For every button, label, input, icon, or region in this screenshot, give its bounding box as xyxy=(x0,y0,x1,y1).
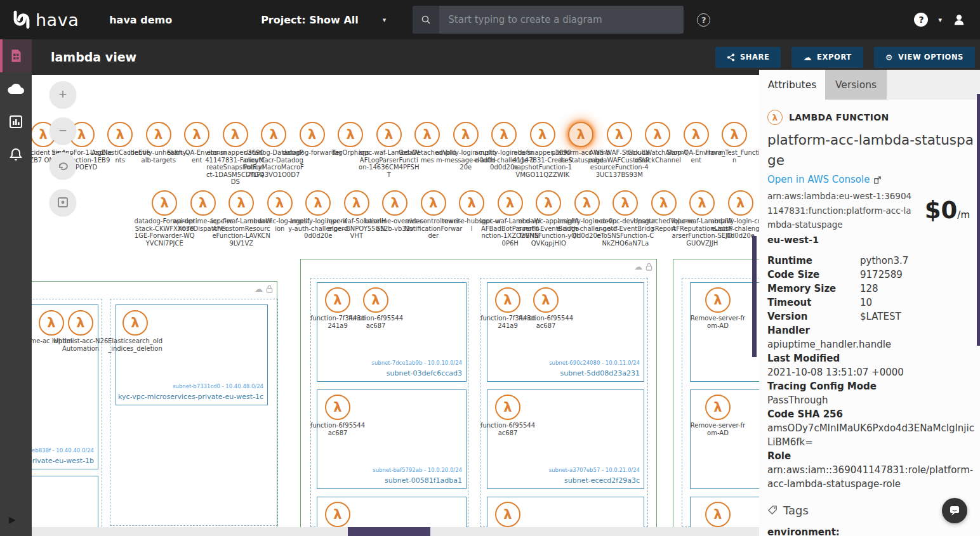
sidebar-collapse-arrow-icon[interactable]: ▶ xyxy=(9,514,16,525)
subnet-box[interactable]: λ Remove-server-from-AD xyxy=(690,282,759,382)
subnet-cidr-label: subnet-d4eb838f - 10.40.40.0/24 xyxy=(32,447,94,454)
subnet-box[interactable]: λ function-7f3443d241a9 λ function-6f955… xyxy=(487,282,644,382)
zoom-in-button[interactable]: + xyxy=(50,81,76,108)
attribute-value: 9172589 xyxy=(860,268,903,282)
project-selector[interactable]: Project: Show All ▾ xyxy=(261,14,386,26)
lambda-icon: λ xyxy=(68,310,93,336)
attribute-value: python3.7 xyxy=(860,254,908,268)
chat-widget-button[interactable] xyxy=(942,498,967,523)
plus-icon: + xyxy=(59,86,67,103)
attribute-row: Timeout 10 xyxy=(767,296,971,310)
lambda-function-node[interactable]: λ function-6f95544ac687 xyxy=(479,395,536,436)
sidebar-item-environments[interactable] xyxy=(0,72,32,105)
subnet-box[interactable]: λ function-6f95544ac687 subnet-a3707eb57… xyxy=(487,389,644,489)
attribute-row: Code SHA 256 amsODy7cMInIMaUK6Pxdo4d3ENa… xyxy=(767,407,971,449)
lambda-icon: λ xyxy=(421,190,446,216)
attribute-label: Tracing Config Mode xyxy=(767,379,971,393)
diagram-search xyxy=(413,6,684,34)
cost-unit: /m xyxy=(957,209,970,221)
help-outline-icon[interactable]: ? xyxy=(697,13,710,27)
lambda-function-node[interactable]: λ Remove-server-from-AD xyxy=(689,395,746,436)
lambda-icon: λ xyxy=(146,122,171,147)
cloud-icon xyxy=(6,82,25,96)
chevron-down-icon[interactable]: ▾ xyxy=(938,16,942,24)
subnet-name-label: subnet-5dd08d23a231 xyxy=(560,369,640,377)
tab-attributes[interactable]: Attributes xyxy=(759,70,825,100)
diagram-canvas[interactable]: + − λ callIncident ce-Ar -ZB7 ONL λ Sign… xyxy=(32,75,759,536)
logo-text: hava xyxy=(36,10,79,30)
attribute-label: Code Size xyxy=(767,268,860,282)
search-input[interactable] xyxy=(439,6,684,34)
lambda-icon: λ xyxy=(376,122,402,147)
lambda-icon: λ xyxy=(495,287,520,313)
page-title: lambda view xyxy=(51,50,136,64)
bar-chart-icon xyxy=(8,114,23,129)
center-view-button[interactable] xyxy=(50,189,76,216)
lambda-icon: λ xyxy=(651,190,677,216)
lambda-function-node[interactable]: λ function-6f95544ac687 xyxy=(517,287,574,329)
zoom-out-button[interactable]: − xyxy=(50,117,76,144)
lambda-function-node[interactable]: λ function-6f95544ac687 xyxy=(347,287,404,329)
export-button-label: EXPORT xyxy=(817,53,852,62)
sidebar-item-alerts[interactable] xyxy=(0,138,32,171)
attribute-label: Version xyxy=(767,310,860,324)
vertical-scrollbar-thumb[interactable] xyxy=(752,236,757,357)
vpc-box-right[interactable]: λ Remove-server-from-AD λ Remove-server-… xyxy=(673,259,759,536)
subnet-cidr-label: subnet-a3707eb57 - 10.0.21.0/24 xyxy=(549,467,640,473)
tags-section-header: Tags xyxy=(767,504,971,517)
lambda-icon: λ xyxy=(152,190,177,216)
sidebar-item-diagrams[interactable] xyxy=(0,39,32,72)
chat-bubble-icon xyxy=(948,504,961,517)
vpc-box-middle[interactable]: ☁ λ function-7f3443d241a9 λ function-6f9… xyxy=(300,259,657,536)
tab-versions[interactable]: Versions xyxy=(825,70,887,100)
subnet-box[interactable]: λ Remove-server-from-AD xyxy=(690,389,759,489)
panel-scrollbar-thumb[interactable] xyxy=(977,94,980,346)
reset-view-button[interactable] xyxy=(50,152,76,179)
horizontal-scrollbar[interactable] xyxy=(32,527,759,536)
lambda-function-node[interactable]: λ Elasticsearch_old_indices_deletion xyxy=(107,310,164,352)
lambda-function-node[interactable]: λ Remove-server-from-AD xyxy=(689,287,746,329)
vpc-box-left[interactable]: ☁ λ me-ac iUptim λ whitelist-acc-N26Auto… xyxy=(32,281,277,536)
help-icon[interactable]: ? xyxy=(914,13,928,27)
hava-logo-icon xyxy=(10,8,33,31)
horizontal-scrollbar-thumb[interactable] xyxy=(348,527,430,536)
lambda-function-node[interactable]: λ Hava_Test_Function xyxy=(715,122,754,186)
sidebar-item-stats[interactable] xyxy=(0,105,32,138)
tags-title: Tags xyxy=(783,504,809,517)
subnet-box[interactable]: λ function-6f95544ac687 subnet-baf5792ab… xyxy=(317,389,467,489)
lambda-row-1: λ callIncident ce-Ar -ZB7 ONL λ SignupFo… xyxy=(32,122,754,186)
attribute-label: Role xyxy=(767,449,971,463)
search-button[interactable] xyxy=(413,6,439,34)
availability-zone: λ function-7f3443d241a9 λ function-6f955… xyxy=(310,278,468,527)
lambda-icon: λ xyxy=(767,110,783,125)
attribute-row: Version $LATEST xyxy=(767,310,971,324)
lambda-function-node[interactable]: λ function-6f95544ac687 xyxy=(309,395,366,436)
lambda-icon: λ xyxy=(459,190,484,216)
aws-console-link[interactable]: Open in AWS Console xyxy=(767,174,971,185)
hava-logo[interactable]: hava xyxy=(10,8,79,31)
lambda-function-label: Hava_Test_Function xyxy=(704,149,759,164)
help-glyph: ? xyxy=(918,15,924,25)
lambda-function-label: function-6f95544ac687 xyxy=(347,315,404,329)
resource-type-header: λ LAMBDA FUNCTION xyxy=(767,110,971,125)
lambda-icon: λ xyxy=(495,502,520,527)
lambda-icon: λ xyxy=(568,122,593,147)
diagram-document-icon xyxy=(8,48,24,64)
share-button[interactable]: SHARE xyxy=(715,47,781,68)
user-avatar-icon[interactable] xyxy=(952,13,966,27)
subnet-box[interactable]: λ me-ac iUptim λ whitelist-acc-N26Automa… xyxy=(32,304,98,469)
lambda-function-node[interactable]: λ whitelist-acc-N26Automation xyxy=(52,310,109,352)
share-button-label: SHARE xyxy=(740,53,770,62)
lambda-icon: λ xyxy=(305,190,331,216)
subnet-box[interactable]: λ function-7f3443d241a9 λ function-6f955… xyxy=(317,282,467,382)
attribute-value: amsODy7cMInIMaUK6Pxdo4d3ENaMclgInjicLiBM… xyxy=(767,421,977,449)
lambda-function-label: function-6f95544ac687 xyxy=(479,422,536,436)
export-button[interactable]: ☁ EXPORT xyxy=(791,47,863,68)
lambda-icon: λ xyxy=(382,190,407,216)
lambda-icon: λ xyxy=(184,122,209,147)
view-options-button[interactable]: ⚙ VIEW OPTIONS xyxy=(874,47,975,68)
lambda-icon: λ xyxy=(107,122,133,147)
lambda-icon: λ xyxy=(300,122,325,147)
subnet-box[interactable]: λ Elasticsearch_old_indices_deletion sub… xyxy=(116,304,268,405)
attribute-row: Code Size 9172589 xyxy=(767,268,971,282)
